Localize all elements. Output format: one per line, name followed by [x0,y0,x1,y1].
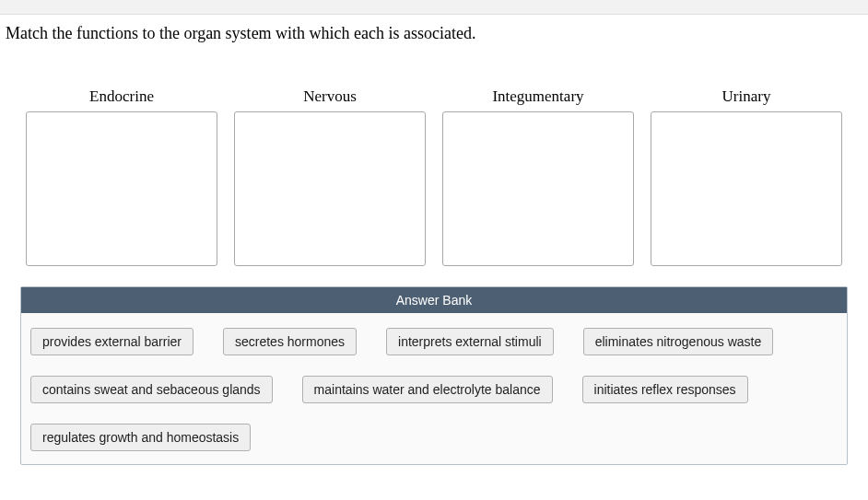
answer-row: regulates growth and homeostasis [30,424,838,451]
dropzone-urinary[interactable] [651,111,842,266]
answer-row: contains sweat and sebaceous glands main… [30,376,838,403]
answer-bank-body: provides external barrier secretes hormo… [21,313,847,464]
dropzone-integumentary[interactable] [442,111,634,266]
answer-bank: Answer Bank provides external barrier se… [20,286,848,465]
category-endocrine: Endocrine [26,87,217,266]
answer-chip[interactable]: provides external barrier [30,328,194,355]
category-nervous: Nervous [234,87,426,266]
category-label: Urinary [722,87,771,106]
answer-bank-title: Answer Bank [21,287,847,313]
answer-chip[interactable]: contains sweat and sebaceous glands [30,376,273,403]
answer-chip[interactable]: secretes hormones [223,328,357,355]
categories-row: Endocrine Nervous Integumentary Urinary [0,43,868,266]
answer-row: provides external barrier secretes hormo… [30,328,838,355]
top-toolbar [0,0,868,15]
answer-chip[interactable]: initiates reflex responses [582,376,748,403]
answer-chip[interactable]: maintains water and electrolyte balance [302,376,553,403]
answer-chip[interactable]: interprets external stimuli [386,328,554,355]
answer-chip[interactable]: regulates growth and homeostasis [30,424,251,451]
dropzone-endocrine[interactable] [26,111,217,266]
answer-chip[interactable]: eliminates nitrogenous waste [583,328,774,355]
category-label: Nervous [303,87,357,106]
category-integumentary: Integumentary [442,87,634,266]
dropzone-nervous[interactable] [234,111,426,266]
category-label: Integumentary [492,87,583,106]
category-label: Endocrine [89,87,154,106]
category-urinary: Urinary [651,87,842,266]
question-text: Match the functions to the organ system … [0,15,868,43]
